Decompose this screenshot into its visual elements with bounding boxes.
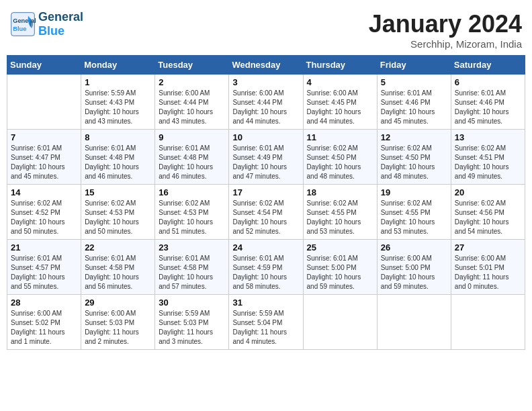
- calendar-cell: 30Sunrise: 5:59 AM Sunset: 5:03 PM Dayli…: [155, 295, 229, 350]
- day-info: Sunrise: 6:02 AM Sunset: 4:55 PM Dayligh…: [381, 199, 447, 236]
- day-info: Sunrise: 6:01 AM Sunset: 4:48 PM Dayligh…: [159, 144, 225, 181]
- day-number: 11: [307, 132, 373, 142]
- day-info: Sunrise: 5:59 AM Sunset: 5:03 PM Dayligh…: [159, 309, 225, 347]
- day-number: 24: [232, 242, 299, 253]
- day-info: Sunrise: 6:02 AM Sunset: 4:54 PM Dayligh…: [232, 199, 299, 236]
- calendar-cell: 3Sunrise: 6:00 AM Sunset: 4:44 PM Daylig…: [229, 75, 303, 130]
- calendar-cell: 6Sunrise: 6:01 AM Sunset: 4:46 PM Daylig…: [451, 75, 525, 130]
- day-number: 28: [11, 298, 77, 308]
- calendar-cell: 27Sunrise: 6:00 AM Sunset: 5:01 PM Dayli…: [451, 240, 525, 295]
- day-number: 30: [159, 298, 225, 308]
- header: General Blue General Blue January 2024 S…: [7, 7, 525, 50]
- day-number: 6: [455, 77, 521, 87]
- calendar-cell: 2Sunrise: 6:00 AM Sunset: 4:44 PM Daylig…: [155, 75, 229, 130]
- day-number: 7: [11, 132, 77, 142]
- day-info: Sunrise: 6:01 AM Sunset: 4:57 PM Dayligh…: [11, 254, 77, 291]
- day-info: Sunrise: 6:02 AM Sunset: 4:53 PM Dayligh…: [85, 199, 151, 236]
- day-number: 23: [159, 242, 225, 253]
- svg-text:Blue: Blue: [13, 26, 26, 32]
- logo-line2: Blue: [38, 24, 64, 38]
- calendar-cell: 12Sunrise: 6:02 AM Sunset: 4:50 PM Dayli…: [377, 130, 451, 185]
- day-info: Sunrise: 6:01 AM Sunset: 4:48 PM Dayligh…: [85, 144, 151, 181]
- day-number: 13: [455, 132, 521, 142]
- day-info: Sunrise: 6:01 AM Sunset: 4:59 PM Dayligh…: [232, 254, 299, 291]
- calendar-cell: 19Sunrise: 6:02 AM Sunset: 4:55 PM Dayli…: [377, 185, 451, 240]
- calendar-week-row: 28Sunrise: 6:00 AM Sunset: 5:02 PM Dayli…: [7, 295, 525, 350]
- day-number: 15: [85, 187, 151, 197]
- calendar-cell: 17Sunrise: 6:02 AM Sunset: 4:54 PM Dayli…: [229, 185, 303, 240]
- day-info: Sunrise: 6:02 AM Sunset: 4:50 PM Dayligh…: [307, 144, 373, 181]
- calendar-cell: 15Sunrise: 6:02 AM Sunset: 4:53 PM Dayli…: [81, 185, 155, 240]
- day-info: Sunrise: 6:01 AM Sunset: 5:00 PM Dayligh…: [307, 254, 373, 291]
- calendar-week-row: 14Sunrise: 6:02 AM Sunset: 4:52 PM Dayli…: [7, 185, 525, 240]
- day-number: 3: [232, 77, 299, 87]
- day-info: Sunrise: 6:00 AM Sunset: 4:44 PM Dayligh…: [159, 89, 225, 126]
- day-number: 20: [455, 187, 521, 197]
- calendar-cell: 8Sunrise: 6:01 AM Sunset: 4:48 PM Daylig…: [81, 130, 155, 185]
- day-number: 16: [159, 187, 225, 197]
- day-info: Sunrise: 6:02 AM Sunset: 4:53 PM Dayligh…: [159, 199, 225, 236]
- day-info: Sunrise: 6:02 AM Sunset: 4:56 PM Dayligh…: [455, 199, 521, 236]
- weekday-header: Wednesday: [229, 56, 303, 75]
- day-info: Sunrise: 6:02 AM Sunset: 4:50 PM Dayligh…: [381, 144, 447, 181]
- day-number: 2: [159, 77, 225, 87]
- day-info: Sunrise: 6:00 AM Sunset: 4:44 PM Dayligh…: [232, 89, 299, 126]
- calendar-cell: 4Sunrise: 6:00 AM Sunset: 4:45 PM Daylig…: [303, 75, 377, 130]
- day-number: 29: [85, 298, 151, 308]
- calendar-cell: 14Sunrise: 6:02 AM Sunset: 4:52 PM Dayli…: [7, 185, 81, 240]
- calendar-cell: 11Sunrise: 6:02 AM Sunset: 4:50 PM Dayli…: [303, 130, 377, 185]
- subtitle: Serchhip, Mizoram, India: [369, 38, 522, 50]
- calendar-week-row: 1Sunrise: 5:59 AM Sunset: 4:43 PM Daylig…: [7, 75, 525, 130]
- weekday-header: Monday: [81, 56, 155, 75]
- day-number: 25: [307, 242, 373, 253]
- calendar-cell: [451, 295, 525, 350]
- calendar-cell: 18Sunrise: 6:02 AM Sunset: 4:55 PM Dayli…: [303, 185, 377, 240]
- calendar-cell: [377, 295, 451, 350]
- calendar-week-row: 21Sunrise: 6:01 AM Sunset: 4:57 PM Dayli…: [7, 240, 525, 295]
- day-info: Sunrise: 6:02 AM Sunset: 4:55 PM Dayligh…: [307, 199, 373, 236]
- day-info: Sunrise: 6:01 AM Sunset: 4:46 PM Dayligh…: [455, 89, 521, 126]
- day-number: 5: [381, 77, 447, 87]
- calendar-cell: 26Sunrise: 6:00 AM Sunset: 5:00 PM Dayli…: [377, 240, 451, 295]
- calendar-cell: 29Sunrise: 6:00 AM Sunset: 5:03 PM Dayli…: [81, 295, 155, 350]
- day-number: 19: [381, 187, 447, 197]
- day-number: 31: [232, 298, 299, 308]
- calendar-cell: 1Sunrise: 5:59 AM Sunset: 4:43 PM Daylig…: [81, 75, 155, 130]
- day-info: Sunrise: 6:00 AM Sunset: 5:03 PM Dayligh…: [85, 309, 151, 347]
- day-info: Sunrise: 6:00 AM Sunset: 4:45 PM Dayligh…: [307, 89, 373, 126]
- calendar-cell: 16Sunrise: 6:02 AM Sunset: 4:53 PM Dayli…: [155, 185, 229, 240]
- calendar-cell: 23Sunrise: 6:01 AM Sunset: 4:58 PM Dayli…: [155, 240, 229, 295]
- day-info: Sunrise: 6:02 AM Sunset: 4:51 PM Dayligh…: [455, 144, 521, 181]
- day-info: Sunrise: 6:01 AM Sunset: 4:58 PM Dayligh…: [159, 254, 225, 291]
- calendar-cell: 25Sunrise: 6:01 AM Sunset: 5:00 PM Dayli…: [303, 240, 377, 295]
- calendar-cell: 31Sunrise: 5:59 AM Sunset: 5:04 PM Dayli…: [229, 295, 303, 350]
- day-number: 1: [85, 77, 151, 87]
- logo-icon: General Blue: [10, 11, 36, 37]
- calendar-header-row: SundayMondayTuesdayWednesdayThursdayFrid…: [7, 56, 525, 75]
- day-info: Sunrise: 6:02 AM Sunset: 4:52 PM Dayligh…: [11, 199, 77, 236]
- day-number: 18: [307, 187, 373, 197]
- weekday-header: Friday: [377, 56, 451, 75]
- day-number: 27: [455, 242, 521, 253]
- calendar-cell: [303, 295, 377, 350]
- day-number: 21: [11, 242, 77, 253]
- calendar-cell: 10Sunrise: 6:01 AM Sunset: 4:49 PM Dayli…: [229, 130, 303, 185]
- day-info: Sunrise: 6:00 AM Sunset: 5:02 PM Dayligh…: [11, 309, 77, 347]
- day-info: Sunrise: 6:00 AM Sunset: 5:00 PM Dayligh…: [381, 254, 447, 291]
- logo: General Blue General Blue: [10, 10, 83, 38]
- calendar-cell: [7, 75, 81, 130]
- day-info: Sunrise: 6:01 AM Sunset: 4:46 PM Dayligh…: [381, 89, 447, 126]
- calendar-cell: 9Sunrise: 6:01 AM Sunset: 4:48 PM Daylig…: [155, 130, 229, 185]
- day-number: 8: [85, 132, 151, 142]
- calendar-cell: 24Sunrise: 6:01 AM Sunset: 4:59 PM Dayli…: [229, 240, 303, 295]
- day-info: Sunrise: 6:00 AM Sunset: 5:01 PM Dayligh…: [455, 254, 521, 291]
- day-number: 14: [11, 187, 77, 197]
- main-title: January 2024: [369, 10, 522, 38]
- calendar-cell: 20Sunrise: 6:02 AM Sunset: 4:56 PM Dayli…: [451, 185, 525, 240]
- day-number: 26: [381, 242, 447, 253]
- title-area: January 2024 Serchhip, Mizoram, India: [369, 10, 522, 50]
- weekday-header: Thursday: [303, 56, 377, 75]
- day-number: 17: [232, 187, 299, 197]
- calendar-cell: 13Sunrise: 6:02 AM Sunset: 4:51 PM Dayli…: [451, 130, 525, 185]
- day-number: 10: [232, 132, 299, 142]
